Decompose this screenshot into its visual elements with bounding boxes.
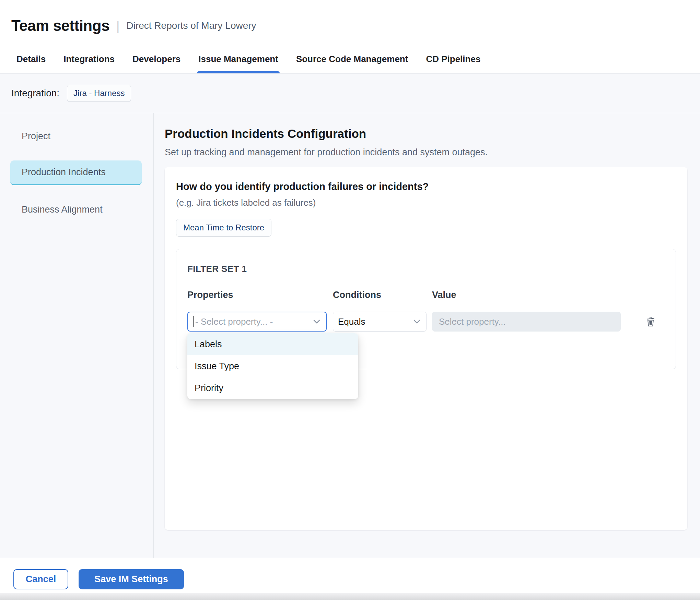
tab-details[interactable]: Details [16, 54, 46, 73]
section-title: Production Incidents Configuration [165, 127, 687, 141]
chevron-down-icon [313, 319, 320, 324]
page-header: Team settings | Direct Reports of Mary L… [0, 0, 700, 48]
value-placeholder: Select property... [439, 316, 506, 327]
properties-select[interactable]: - Select property... - [187, 312, 327, 332]
chevron-down-icon [413, 319, 421, 324]
properties-dropdown-menu: Labels Issue Type Priority [187, 333, 358, 399]
integration-label: Integration: [11, 88, 59, 99]
integration-bar: Integration: Jira - Harness [0, 74, 700, 113]
identify-incidents-question: How do you identify production failures … [176, 181, 676, 192]
team-name-subtitle: Direct Reports of Mary Lowery [126, 20, 256, 31]
dropdown-option-issue-type[interactable]: Issue Type [187, 355, 358, 377]
settings-tab-bar: Details Integrations Developers Issue Ma… [0, 48, 700, 74]
column-label-properties: Properties [187, 290, 327, 300]
dropdown-option-labels[interactable]: Labels [187, 333, 358, 355]
section-subtitle: Set up tracking and management for produ… [165, 147, 687, 158]
mean-time-to-restore-chip[interactable]: Mean Time to Restore [176, 219, 271, 237]
tab-developers[interactable]: Developers [132, 54, 181, 73]
page-title: Team settings [11, 17, 109, 34]
incidents-config-card: How do you identify production failures … [165, 167, 687, 530]
tab-issue-management[interactable]: Issue Management [198, 54, 279, 73]
properties-select-content: - Select property... - [193, 316, 273, 327]
filter-set-title: FILTER SET 1 [187, 264, 665, 274]
delete-filter-button[interactable] [644, 314, 657, 330]
column-label-conditions: Conditions [333, 290, 427, 300]
tab-source-code-management[interactable]: Source Code Management [295, 54, 409, 73]
sidebar-item-business-alignment[interactable]: Business Alignment [10, 197, 142, 222]
dropdown-option-priority[interactable]: Priority [187, 377, 358, 399]
identify-incidents-hint: (e.g. Jira tickets labeled as failures) [176, 197, 676, 208]
integration-chip-jira-harness[interactable]: Jira - Harness [67, 85, 131, 102]
text-cursor [193, 316, 194, 327]
tab-integrations[interactable]: Integrations [63, 54, 115, 73]
title-separator: | [116, 19, 119, 33]
filter-row: - Select property... - Equals Select pro… [187, 312, 665, 332]
filter-column-headers: Properties Conditions Value [187, 290, 665, 300]
column-label-value: Value [432, 290, 621, 300]
footer-action-bar: Cancel Save IM Settings [0, 558, 700, 600]
settings-sidebar: Project Production Incidents Business Al… [0, 113, 154, 558]
sidebar-item-project[interactable]: Project [10, 124, 142, 148]
cancel-button[interactable]: Cancel [13, 569, 68, 589]
save-im-settings-button[interactable]: Save IM Settings [79, 569, 184, 589]
main-panel: Production Incidents Configuration Set u… [154, 113, 700, 558]
content-area: Project Production Incidents Business Al… [0, 113, 700, 558]
conditions-select[interactable]: Equals [333, 312, 427, 332]
filter-set-box: FILTER SET 1 Properties Conditions Value… [176, 249, 676, 369]
conditions-selected-value: Equals [338, 316, 365, 327]
value-field[interactable]: Select property... [432, 312, 621, 332]
sidebar-item-production-incidents[interactable]: Production Incidents [10, 160, 142, 185]
properties-placeholder: - Select property... - [195, 316, 273, 327]
tab-cd-pipelines[interactable]: CD Pipelines [425, 54, 481, 73]
trash-icon [645, 315, 656, 327]
window-bottom-edge [0, 593, 700, 600]
